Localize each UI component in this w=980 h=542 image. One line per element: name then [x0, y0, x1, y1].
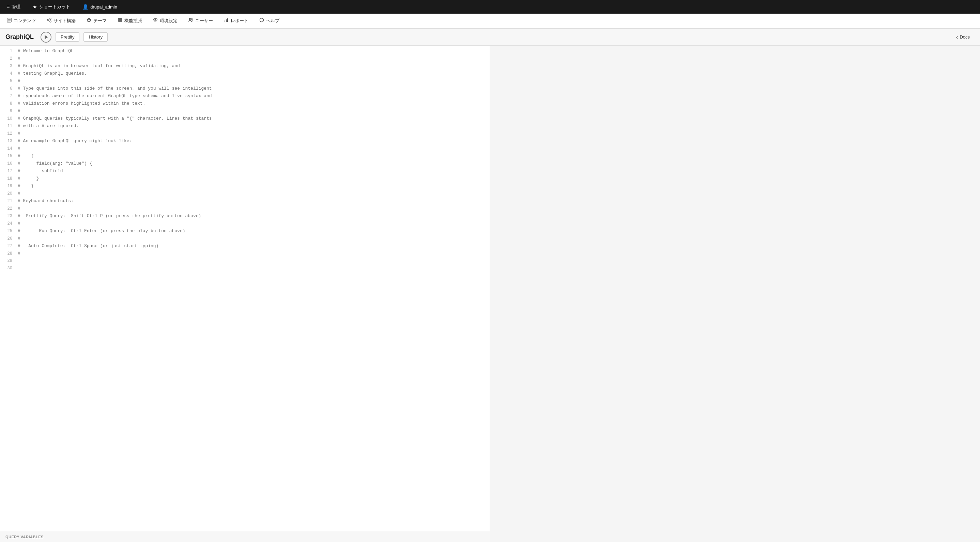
line-content: #	[18, 146, 21, 151]
code-line: 26#	[0, 236, 490, 243]
toolbar-manage[interactable]: ≡ 管理	[4, 2, 23, 11]
line-content: # An example GraphQL query might look li…	[18, 139, 132, 143]
nav-config-label: 環境設定	[160, 18, 178, 24]
code-line: 2#	[0, 56, 490, 64]
query-editor: 1# Welcome to GraphiQL2#3# GraphiQL is a…	[0, 46, 490, 542]
code-line: 12#	[0, 131, 490, 139]
code-line: 7# typeaheads aware of the current Graph…	[0, 93, 490, 101]
line-content: # }	[18, 176, 39, 181]
run-query-button[interactable]	[41, 32, 51, 43]
svg-rect-17	[224, 21, 225, 22]
line-content: # subField	[18, 168, 63, 174]
svg-point-15	[189, 18, 191, 20]
config-icon	[153, 18, 158, 24]
line-number: 3	[3, 64, 12, 69]
nav-extend[interactable]: 機能拡張	[112, 14, 148, 28]
line-number: 10	[3, 116, 12, 121]
code-line: 9#	[0, 108, 490, 116]
code-line: 8# validation errors highlighted within …	[0, 101, 490, 108]
line-number: 11	[3, 124, 12, 129]
nav-users-label: ユーザー	[195, 18, 213, 24]
svg-rect-13	[120, 21, 122, 22]
toolbar-user[interactable]: 👤 drupal_admin	[80, 3, 120, 11]
svg-point-16	[191, 18, 192, 20]
line-number: 8	[3, 101, 12, 106]
structure-icon	[47, 18, 51, 24]
code-area: 1# Welcome to GraphiQL2#3# GraphiQL is a…	[0, 48, 490, 273]
svg-rect-10	[118, 18, 119, 20]
star-icon: ★	[33, 4, 37, 10]
line-content: #	[18, 206, 21, 211]
line-number: 19	[3, 184, 12, 188]
code-line: 29	[0, 258, 490, 266]
svg-rect-11	[120, 18, 122, 20]
line-number: 12	[3, 131, 12, 136]
code-line: 25# Run Query: Ctrl-Enter (or press the …	[0, 228, 490, 236]
admin-toolbar: ≡ 管理 ★ ショートカット 👤 drupal_admin	[0, 0, 980, 14]
history-button[interactable]: History	[83, 32, 107, 41]
nav-theme[interactable]: テーマ	[81, 14, 112, 28]
code-line: 11# with a # are ignored.	[0, 123, 490, 131]
line-content: # Prettify Query: Shift-Ctrl-P (or press…	[18, 214, 201, 218]
docs-button[interactable]: ‹ Docs	[951, 32, 975, 42]
toolbar-shortcuts-label: ショートカット	[39, 4, 70, 10]
nav-help[interactable]: ? ヘルプ	[254, 14, 285, 28]
svg-point-14	[155, 19, 156, 21]
extend-icon	[118, 18, 123, 24]
line-content: #	[18, 221, 21, 226]
line-number: 2	[3, 56, 12, 61]
line-content: # Run Query: Ctrl-Enter (or press the pl…	[18, 228, 185, 233]
code-line: 13# An example GraphQL query might look …	[0, 139, 490, 146]
svg-text:?: ?	[261, 19, 263, 22]
line-number: 7	[3, 94, 12, 99]
nav-content[interactable]: コンテンツ	[2, 14, 41, 28]
code-line: 10# GraphQL queries typically start with…	[0, 116, 490, 123]
line-content: #	[18, 108, 21, 113]
graphiql-header: GraphiQL Prettify History ‹ Docs	[0, 29, 980, 46]
svg-line-7	[48, 19, 50, 20]
line-content: # Type queries into this side of the scr…	[18, 86, 212, 91]
line-number: 16	[3, 161, 12, 166]
code-line: 30	[0, 266, 490, 273]
editor-main[interactable]: 1# Welcome to GraphiQL2#3# GraphiQL is a…	[0, 46, 490, 531]
line-content: #	[18, 78, 21, 83]
nav-reports[interactable]: レポート	[218, 14, 254, 28]
line-content: # field(arg: "value") {	[18, 161, 92, 166]
line-content: # testing GraphQL queries.	[18, 71, 87, 76]
help-icon: ?	[259, 18, 264, 24]
nav-config[interactable]: 環境設定	[148, 14, 183, 28]
line-content: # }	[18, 183, 34, 188]
nav-extend-label: 機能拡張	[124, 18, 142, 24]
code-line: 14#	[0, 146, 490, 153]
nav-structure[interactable]: サイト構築	[41, 14, 81, 28]
hamburger-icon: ≡	[7, 4, 10, 10]
line-number: 9	[3, 109, 12, 113]
nav-users[interactable]: ユーザー	[183, 14, 218, 28]
code-line: 24#	[0, 221, 490, 228]
line-number: 28	[3, 251, 12, 256]
code-line: 19# }	[0, 183, 490, 191]
line-number: 29	[3, 258, 12, 263]
line-content: # {	[18, 153, 34, 158]
line-number: 25	[3, 229, 12, 233]
users-icon	[188, 18, 193, 24]
prettify-button[interactable]: Prettify	[56, 32, 80, 41]
line-content: # validation errors highlighted within t…	[18, 101, 145, 106]
graphiql-title: GraphiQL	[5, 33, 34, 41]
theme-icon	[87, 18, 91, 24]
line-content: # GraphQL queries typically start with a…	[18, 116, 212, 121]
toolbar-shortcuts[interactable]: ★ ショートカット	[30, 2, 73, 11]
line-number: 23	[3, 214, 12, 218]
svg-rect-19	[227, 18, 228, 22]
line-content: #	[18, 131, 21, 136]
line-number: 13	[3, 139, 12, 143]
line-content: #	[18, 191, 21, 196]
line-content: # GraphiQL is an in-browser tool for wri…	[18, 64, 180, 69]
line-content: #	[18, 56, 21, 61]
query-variables-panel: QUERY VARIABLES	[0, 531, 490, 542]
docs-button-label: Docs	[959, 34, 970, 40]
code-line: 3# GraphiQL is an in-browser tool for wr…	[0, 64, 490, 71]
line-content: # Keyboard shortcuts:	[18, 198, 73, 204]
code-line: 17# subField	[0, 168, 490, 176]
line-number: 18	[3, 176, 12, 181]
